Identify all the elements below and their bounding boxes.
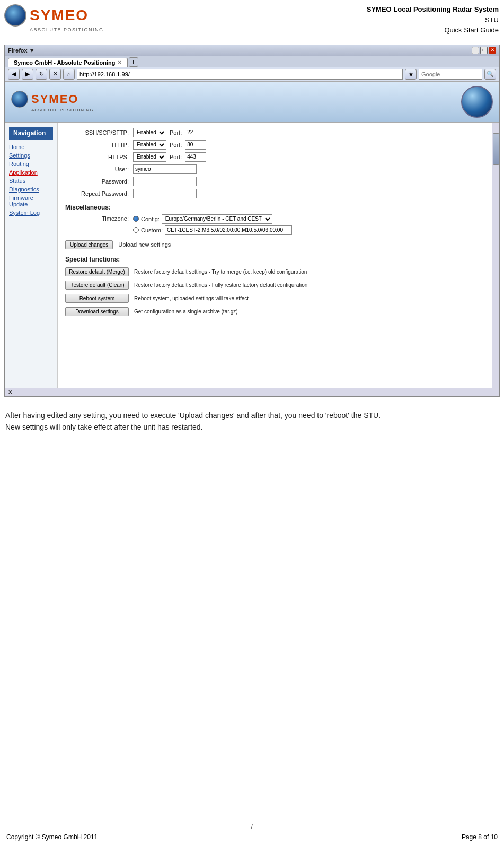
sidebar-item-status[interactable]: Status	[9, 178, 53, 184]
restore-merge-text: Restore factory default settings - Try t…	[134, 269, 307, 275]
search-icon[interactable]: 🔍	[484, 69, 496, 80]
ssh-port-input[interactable]	[185, 128, 206, 137]
inner-logo-row: SYMEO	[11, 91, 93, 108]
search-bar[interactable]	[419, 69, 482, 80]
upload-row: Upload changes Upload new settings	[65, 240, 484, 249]
https-enabled-select[interactable]: Enabled	[133, 152, 166, 162]
logo-text: SYMEO	[30, 7, 89, 24]
header-title-line3: Quick Start Guide	[367, 25, 499, 36]
restore-clean-row: Restore default (Clean) Restore factory …	[65, 281, 484, 290]
https-value-area: Enabled Port:	[133, 152, 484, 162]
inner-logo: SYMEO ABSOLUTE POSITIONING	[11, 91, 93, 112]
upload-changes-button[interactable]: Upload changes	[65, 240, 113, 249]
tz-custom-row: Custom:	[133, 225, 292, 235]
logo-subtitle: ABSOLUTE POSITIONING	[4, 27, 104, 32]
special-functions-title: Special functions:	[65, 256, 484, 263]
https-row: HTTPS: Enabled Port:	[65, 152, 484, 162]
inner-logo-ball	[461, 86, 493, 118]
header-title-main: SYMEO Local Positioning Radar System	[367, 4, 499, 15]
tz-custom-input[interactable]	[165, 225, 292, 235]
main-content: SSH/SCP/SFTP: Enabled Port: HTTP: Enab	[58, 123, 492, 388]
download-settings-button[interactable]: Download settings	[65, 307, 129, 316]
ssh-label: SSH/SCP/SFTP:	[65, 129, 129, 136]
repeat-password-row: Repeat Password:	[65, 189, 484, 198]
http-port-input[interactable]	[185, 140, 206, 150]
new-tab-button[interactable]: +	[129, 57, 138, 67]
sidebar-item-application[interactable]: Application	[9, 169, 53, 176]
logo-symeo: SYMEO	[4, 4, 89, 27]
sidebar-nav-title: Navigation	[9, 127, 53, 140]
sidebar-item-diagnostics[interactable]: Diagnostics	[9, 186, 53, 193]
http-label: HTTP:	[65, 142, 129, 148]
password-label: Password:	[65, 178, 129, 185]
restore-merge-button[interactable]: Restore default (Merge)	[65, 267, 129, 276]
home-button[interactable]: ⌂	[63, 69, 75, 80]
sidebar-item-system-log[interactable]: System Log	[9, 210, 53, 216]
user-value-area	[133, 164, 484, 174]
inner-header: SYMEO ABSOLUTE POSITIONING	[5, 82, 499, 123]
tz-config-radio[interactable]	[133, 216, 139, 222]
description-line2: New settings will only take effect after…	[5, 421, 499, 433]
restore-clean-text: Restore factory default settings - Fully…	[134, 282, 307, 288]
download-text: Get configuration as a single archive (t…	[134, 309, 238, 315]
bookmark-icon[interactable]: ★	[405, 69, 417, 80]
reload-button[interactable]: ↻	[36, 69, 47, 80]
minimize-button[interactable]: ─	[472, 47, 479, 54]
inner-page-body: Navigation Home Settings Routing Applica…	[5, 123, 499, 388]
repeat-password-label: Repeat Password:	[65, 190, 129, 197]
page-header: SYMEO ABSOLUTE POSITIONING SYMEO Local P…	[0, 0, 504, 40]
password-input[interactable]	[133, 177, 197, 186]
tz-config-select[interactable]: Europe/Germany/Berlin - CET and CEST	[162, 214, 272, 224]
tz-custom-label: Custom:	[141, 227, 163, 233]
stop-button[interactable]: ✕	[49, 69, 61, 80]
ssh-row: SSH/SCP/SFTP: Enabled Port:	[65, 128, 484, 137]
window-controls: ─ □ ✕	[472, 47, 496, 54]
back-button[interactable]: ◀	[8, 69, 20, 80]
forward-button[interactable]: ▶	[22, 69, 33, 80]
footer-page-info: Page 8 of 10	[462, 833, 498, 841]
https-port-input[interactable]	[185, 152, 206, 162]
restore-merge-row: Restore default (Merge) Restore factory …	[65, 267, 484, 276]
active-tab-title: Symeo GmbH - Absolute Positioning	[14, 59, 116, 66]
repeat-password-value-area	[133, 189, 484, 198]
header-title-line2: STU	[367, 15, 499, 25]
inner-page-container: SYMEO ABSOLUTE POSITIONING Navigation Ho…	[5, 82, 499, 388]
browser-scrollbar[interactable]	[492, 123, 499, 388]
description-area: After having edited any setting, you nee…	[0, 401, 504, 442]
user-input[interactable]	[133, 164, 197, 174]
https-label: HTTPS:	[65, 154, 129, 160]
description-line1: After having edited any setting, you nee…	[5, 410, 499, 421]
logo-area: SYMEO ABSOLUTE POSITIONING	[4, 4, 104, 32]
ssh-enabled-select[interactable]: Enabled	[133, 128, 166, 137]
timezone-row: Timezone: Config: Europe/Germany/Berlin …	[65, 214, 484, 235]
misc-section-title: Miscellaneous:	[65, 204, 484, 211]
footer-copyright: Copyright © Symeo GmbH 2011	[6, 833, 98, 841]
browser-nav: ◀ ▶ ↻ ✕ ⌂ ★ 🔍	[5, 67, 499, 82]
tz-config-label: Config:	[141, 216, 160, 222]
tz-custom-radio[interactable]	[133, 227, 139, 233]
repeat-password-input[interactable]	[133, 189, 197, 198]
inner-logo-text: SYMEO	[31, 92, 78, 106]
header-title-block: SYMEO Local Positioning Radar System STU…	[367, 4, 499, 36]
active-tab[interactable]: Symeo GmbH - Absolute Positioning ✕	[8, 58, 128, 67]
http-enabled-select[interactable]: Enabled	[133, 140, 166, 150]
sidebar: Navigation Home Settings Routing Applica…	[5, 123, 58, 388]
sidebar-item-home[interactable]: Home	[9, 144, 53, 150]
tab-close-icon[interactable]: ✕	[118, 60, 122, 65]
reboot-button[interactable]: Reboot system	[65, 294, 129, 303]
maximize-button[interactable]: □	[480, 47, 488, 54]
inner-logo-sub: ABSOLUTE POSITIONING	[11, 108, 93, 112]
address-bar[interactable]	[77, 69, 403, 80]
browser-bottom-bar: ✕	[5, 388, 499, 396]
http-value-area: Enabled Port:	[133, 140, 484, 150]
sidebar-item-firmware-update[interactable]: Firmware Update	[9, 195, 53, 207]
timezone-options: Config: Europe/Germany/Berlin - CET and …	[133, 214, 292, 235]
sidebar-item-settings[interactable]: Settings	[9, 152, 53, 159]
scroll-thumb[interactable]	[493, 133, 499, 165]
browser-tabs: Symeo GmbH - Absolute Positioning ✕ +	[5, 56, 499, 67]
timezone-label: Timezone:	[65, 214, 129, 222]
restore-clean-button[interactable]: Restore default (Clean)	[65, 281, 129, 290]
close-button[interactable]: ✕	[489, 47, 496, 54]
reboot-text: Reboot system, uploaded settings will ta…	[134, 295, 249, 301]
sidebar-item-routing[interactable]: Routing	[9, 161, 53, 167]
